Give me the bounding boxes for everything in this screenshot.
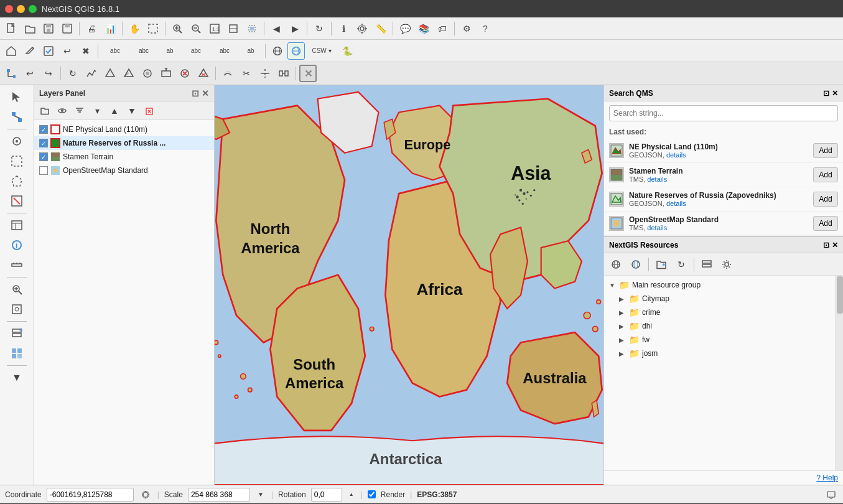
toggle-edit-btn[interactable] xyxy=(21,42,39,60)
open-file-btn[interactable] xyxy=(21,20,39,37)
render-checkbox[interactable] xyxy=(368,490,376,498)
deselect-btn[interactable] xyxy=(6,192,28,210)
tree-item-citymap[interactable]: ▶ 📁 Citymap xyxy=(604,292,836,306)
print-btn[interactable]: 🖨 xyxy=(83,20,100,37)
zoom-layer-btn[interactable] xyxy=(225,20,242,37)
rollback-btn[interactable]: ↩ xyxy=(58,42,76,60)
edit-node-btn[interactable] xyxy=(6,108,28,126)
atlas-btn[interactable]: 📚 xyxy=(415,20,432,37)
layer-order-btn[interactable]: ▾ xyxy=(89,103,105,119)
simplify-btn[interactable] xyxy=(83,65,100,82)
ngis-account-btn[interactable] xyxy=(626,256,645,273)
minimize-window-btn[interactable] xyxy=(17,5,25,13)
add-feature-btn3[interactable]: ab xyxy=(159,42,181,60)
qms-details-link[interactable]: details xyxy=(666,200,686,207)
zoom-in-btn[interactable] xyxy=(169,20,186,37)
vertex-tool-btn[interactable] xyxy=(2,65,20,82)
layer-down-btn[interactable]: ▼ xyxy=(124,103,140,119)
zoom-btn[interactable] xyxy=(6,280,28,299)
help-link[interactable]: ? Help xyxy=(816,474,838,482)
tree-item-fw[interactable]: ▶ 📁 fw xyxy=(604,333,836,347)
fill-ring-btn[interactable] xyxy=(139,65,156,82)
cancel-edit-btn[interactable]: ✖ xyxy=(77,42,95,60)
save-as-btn[interactable] xyxy=(58,20,76,37)
redo-btn[interactable]: ↪ xyxy=(40,65,57,82)
trim-btn[interactable]: ✂ xyxy=(238,65,255,82)
add-feature-btn4[interactable]: abc xyxy=(182,42,210,60)
csw-btn[interactable]: CSW ▾ xyxy=(306,42,337,60)
more-tools-btn[interactable]: ▼ xyxy=(6,368,28,387)
zoom-out-btn[interactable] xyxy=(187,20,205,37)
python-btn[interactable]: 🐍 xyxy=(338,42,356,60)
ngis-scrollbar-thumb[interactable] xyxy=(837,276,843,314)
scale-dropdown-btn[interactable]: ▼ xyxy=(255,488,266,502)
plugins-btn[interactable] xyxy=(6,344,28,363)
layers-panel-close-btn[interactable]: ✕ xyxy=(202,88,209,98)
coordinate-input[interactable] xyxy=(47,488,134,502)
open-layer-source-btn[interactable] xyxy=(37,103,53,119)
map-canvas[interactable]: North America South America Europe Afric… xyxy=(215,85,603,485)
reshape-btn[interactable] xyxy=(157,65,175,82)
split-btn[interactable] xyxy=(256,65,274,82)
select-rect-btn[interactable] xyxy=(6,152,28,170)
tree-item-dhi[interactable]: ▶ 📁 dhi xyxy=(604,319,836,333)
layer-up-btn[interactable]: ▲ xyxy=(106,103,123,119)
ngis-connect-btn[interactable] xyxy=(607,256,625,273)
layer-item[interactable]: Nature Reserves of Russia ... xyxy=(34,136,214,150)
close-window-btn[interactable] xyxy=(5,5,13,13)
select-btn[interactable] xyxy=(144,20,162,37)
attributes-btn[interactable] xyxy=(6,216,28,235)
zoom-layer-side-btn[interactable] xyxy=(6,300,28,319)
rotation-input[interactable] xyxy=(311,488,342,502)
layer-item[interactable]: OpenStreetMap Standard xyxy=(34,164,214,177)
qms-add-btn[interactable]: Add xyxy=(813,167,838,182)
search-qms-close-btn[interactable]: ✕ xyxy=(832,89,838,98)
zoom-full-btn[interactable]: 1:1 xyxy=(206,20,223,37)
layers-panel-float-btn[interactable]: ⊡ xyxy=(192,88,199,98)
help-btn[interactable]: ? xyxy=(477,20,494,37)
pan-left-btn[interactable]: ◀ xyxy=(268,20,285,37)
exit-edit-btn[interactable]: ✕ xyxy=(299,65,317,82)
new-file-btn[interactable] xyxy=(2,20,20,37)
layer-visibility-btn[interactable] xyxy=(54,103,70,119)
select-point-btn[interactable] xyxy=(6,132,28,151)
qms-details-link[interactable]: details xyxy=(647,175,667,183)
offset-curve-btn[interactable] xyxy=(219,65,236,82)
save-edits-btn[interactable] xyxy=(40,42,57,60)
search-qms-float-btn[interactable]: ⊡ xyxy=(823,89,829,98)
ngis-close-btn[interactable]: ✕ xyxy=(832,241,838,250)
ngis-scrollbar[interactable] xyxy=(836,276,843,470)
scale-input[interactable] xyxy=(188,488,250,502)
measure-btn[interactable]: 📏 xyxy=(372,20,389,37)
delete-part-btn[interactable] xyxy=(195,65,212,82)
save-btn[interactable] xyxy=(40,20,57,37)
select-polygon-btn[interactable] xyxy=(6,172,28,190)
merge-btn[interactable] xyxy=(275,65,292,82)
add-feature-btn5[interactable]: abc xyxy=(211,42,238,60)
pan-btn[interactable]: ✋ xyxy=(126,20,143,37)
qms-add-btn[interactable]: Add xyxy=(813,143,838,158)
customize-btn[interactable]: ⚙ xyxy=(458,20,475,37)
tree-expand-arrow[interactable]: ▶ xyxy=(619,296,626,302)
add-feature-text-btn[interactable]: abc xyxy=(101,42,129,60)
ngis-float-btn[interactable]: ⊡ xyxy=(823,241,829,250)
remove-layer-btn[interactable] xyxy=(141,103,157,119)
identify-feature-btn[interactable]: i xyxy=(6,236,28,254)
layers-panel-controls[interactable]: ⊡ ✕ xyxy=(192,88,209,98)
refresh-btn[interactable]: ↻ xyxy=(310,20,328,37)
label-btn[interactable]: 🏷 xyxy=(434,20,451,37)
map-area[interactable]: North America South America Europe Afric… xyxy=(215,85,603,485)
tree-item-main[interactable]: ▼ 📁 Main resource group xyxy=(604,278,836,292)
add-circular-btn[interactable] xyxy=(120,65,137,82)
pan-right-btn[interactable]: ▶ xyxy=(286,20,304,37)
tree-expand-arrow[interactable]: ▶ xyxy=(619,337,626,343)
delete-ring-btn[interactable] xyxy=(176,65,193,82)
coordinate-icon-btn[interactable] xyxy=(139,488,152,502)
tree-expand-arrow[interactable]: ▼ xyxy=(609,282,617,289)
ngis-settings-btn[interactable] xyxy=(717,256,736,273)
add-layer-btn[interactable]: + xyxy=(6,324,28,343)
layer-checkbox[interactable] xyxy=(39,139,48,147)
qms-add-btn[interactable]: Add xyxy=(813,216,838,231)
zoom-selected-btn[interactable] xyxy=(243,20,261,37)
measure-tool-btn[interactable] xyxy=(6,256,28,274)
